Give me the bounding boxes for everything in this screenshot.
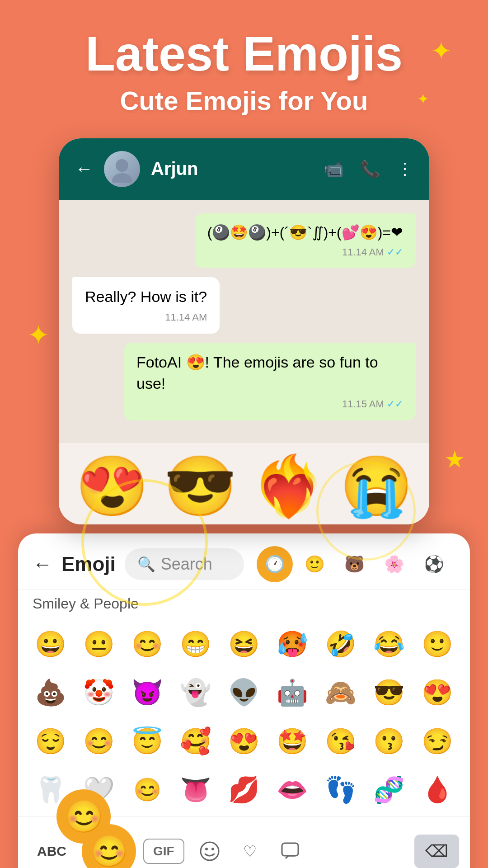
video-call-icon[interactable]: 📹	[324, 160, 344, 179]
emoji-cell[interactable]: 🙈	[318, 670, 364, 716]
showcase-emoji-1: 😍	[75, 457, 149, 515]
category-tab-nature[interactable]: 🌸	[376, 546, 412, 582]
showcase-emoji-3: ❤️‍🔥	[252, 457, 325, 515]
showcase-emoji-4: 😭	[340, 457, 413, 515]
category-tab-recent[interactable]: 🕐	[257, 546, 293, 582]
big-smiley-button[interactable]: 😊	[56, 789, 111, 844]
emoji-cell[interactable]: 🙂	[414, 621, 461, 668]
message-time-2: 11.14 AM	[85, 311, 207, 325]
emoji-cell[interactable]: 🥵	[269, 621, 316, 668]
keyboard-panel: ← Emoji 🔍 Search 🕐 🙂 🐻 🌸 ⚽ Smiley	[18, 533, 470, 868]
message-text-1: (🎱🤩🎱)+(´😎`∬)+(💕😍)=❤	[207, 222, 403, 243]
phone-area: ✦ ★ ← Arjun 📹 📞 ⋮	[0, 129, 488, 524]
emoji-cell[interactable]: 😊	[124, 766, 170, 813]
emoji-cell[interactable]: 👻	[172, 670, 219, 716]
big-smiley-icon: 😊	[64, 798, 103, 835]
emoji-toolbar: ← Emoji 🔍 Search 🕐 🙂 🐻 🌸 ⚽	[18, 533, 470, 590]
emoji-panel-title: Emoji	[61, 553, 116, 576]
emoji-cell[interactable]: 🤩	[269, 718, 316, 764]
recent-icon: 🕐	[265, 555, 285, 574]
emoji-cell[interactable]: 👅	[172, 766, 219, 813]
message-time-1: 11.14 AM ✓✓	[207, 245, 403, 259]
emoji-cell[interactable]: 😎	[366, 670, 413, 716]
emoji-cell[interactable]: 😊	[75, 718, 122, 764]
emoji-cell[interactable]: 🤣	[318, 621, 364, 668]
hero-title: Latest Emojis	[18, 27, 470, 81]
search-placeholder: Search	[161, 555, 212, 574]
phone-mockup: ← Arjun 📹 📞 ⋮	[59, 138, 429, 524]
emoticon-button[interactable]	[192, 837, 228, 866]
emoji-cell[interactable]: 😍	[221, 718, 267, 764]
emoji-back-button[interactable]: ←	[33, 553, 52, 576]
message-text-2: Really? How is it?	[85, 286, 207, 308]
emoji-category-tabs: 🕐 🙂 🐻 🌸 ⚽	[253, 546, 455, 582]
emoji-cell[interactable]: 😁	[172, 621, 219, 668]
star-decoration-2: ✦	[417, 90, 429, 108]
star-right: ★	[444, 446, 465, 473]
delete-button[interactable]: ⌫	[414, 835, 459, 868]
showcase-emoji-2: 😎	[164, 457, 237, 515]
heart-button[interactable]: ♡	[235, 838, 265, 865]
emoji-cell[interactable]: 😏	[414, 718, 461, 764]
avatar-image	[104, 151, 140, 187]
more-options-icon[interactable]: ⋮	[397, 160, 413, 179]
svg-rect-5	[282, 843, 298, 856]
emoji-cell[interactable]: 😈	[124, 670, 170, 716]
hero-subtitle: Cute Emojis for You	[18, 85, 470, 116]
chat-back-icon[interactable]: ←	[75, 159, 93, 179]
svg-point-2	[201, 842, 219, 860]
message-bubble-sent-1: (🎱🤩🎱)+(´😎`∬)+(💕😍)=❤ 11.14 AM ✓✓	[195, 213, 416, 269]
emoji-cell[interactable]: 😆	[221, 621, 267, 668]
emoji-cell[interactable]: 😘	[318, 718, 364, 764]
sparkle-left: ✦	[27, 319, 50, 351]
emoji-cell[interactable]: 😀	[27, 621, 74, 668]
emoji-grid: 😀 😐 😊 😁 😆 🥵 🤣 😂 🙂 💩 🤡 😈 👻 👽 🤖 🙈 😎 😍 😌 😊 …	[18, 618, 470, 817]
message-row-1: (🎱🤩🎱)+(´😎`∬)+(💕😍)=❤ 11.14 AM ✓✓	[72, 213, 416, 278]
chat-bubble-button[interactable]	[272, 837, 308, 866]
emoji-cell[interactable]: 🥰	[172, 718, 219, 764]
hero-section: ✦ ✦ Latest Emojis Cute Emojis for You	[0, 0, 488, 129]
emoji-cell[interactable]: 🤡	[75, 670, 122, 716]
emoji-cell[interactable]: 😌	[27, 718, 74, 764]
message-bubble-received-2: Really? How is it? 11.14 AM	[72, 277, 220, 333]
sports-icon: ⚽	[424, 555, 444, 574]
category-tab-sports[interactable]: ⚽	[416, 546, 452, 582]
emoji-cell[interactable]: 🩸	[414, 766, 461, 813]
emoji-cell[interactable]: 😇	[124, 718, 170, 764]
svg-point-1	[112, 173, 132, 183]
emoji-cell[interactable]: 😐	[75, 621, 122, 668]
message-row-3: FotoAI 😍! The emojis are so fun to use! …	[72, 343, 416, 429]
message-text-3: FotoAI 😍! The emojis are so fun to use!	[136, 352, 403, 395]
emoji-cell[interactable]: 👄	[269, 766, 316, 813]
category-tab-animals[interactable]: 🐻	[336, 546, 372, 582]
category-tab-smiley[interactable]: 🙂	[296, 546, 333, 582]
emoji-cell[interactable]: 🧬	[366, 766, 413, 813]
tick-icon-1: ✓✓	[387, 246, 403, 258]
message-time-3: 11.15 AM ✓✓	[136, 397, 403, 411]
emoji-cell[interactable]: 🤖	[269, 670, 316, 716]
message-row-2: Really? How is it? 11.14 AM	[72, 277, 416, 342]
svg-point-4	[211, 848, 214, 850]
emoji-cell[interactable]: 💩	[27, 670, 74, 716]
big-emoji-circle[interactable]: 😊	[56, 789, 111, 844]
svg-point-3	[205, 848, 208, 850]
emoji-cell[interactable]: 👽	[221, 670, 267, 716]
emoji-cell[interactable]: 😍	[414, 670, 461, 716]
svg-point-0	[116, 159, 128, 172]
gif-button[interactable]: GIF	[143, 839, 184, 864]
delete-icon: ⌫	[425, 842, 448, 860]
emoji-cell[interactable]: 😊	[124, 621, 170, 668]
emoji-search-box[interactable]: 🔍 Search	[125, 548, 244, 580]
nature-icon: 🌸	[384, 555, 404, 574]
emoji-showcase: 😍 😎 ❤️‍🔥 😭	[59, 443, 429, 524]
emoji-cell[interactable]: 😗	[366, 718, 413, 764]
chat-messages: (🎱🤩🎱)+(´😎`∬)+(💕😍)=❤ 11.14 AM ✓✓ Really? …	[59, 200, 429, 443]
phone-call-icon[interactable]: 📞	[360, 160, 380, 179]
emoji-cell[interactable]: 😂	[366, 621, 413, 668]
search-icon: 🔍	[137, 556, 155, 573]
emoji-cell[interactable]: 👣	[318, 766, 364, 813]
chat-contact-name: Arjun	[151, 159, 313, 179]
chat-header: ← Arjun 📹 📞 ⋮	[59, 138, 429, 200]
category-label: Smiley & People	[18, 590, 470, 618]
emoji-cell[interactable]: 💋	[221, 766, 267, 813]
